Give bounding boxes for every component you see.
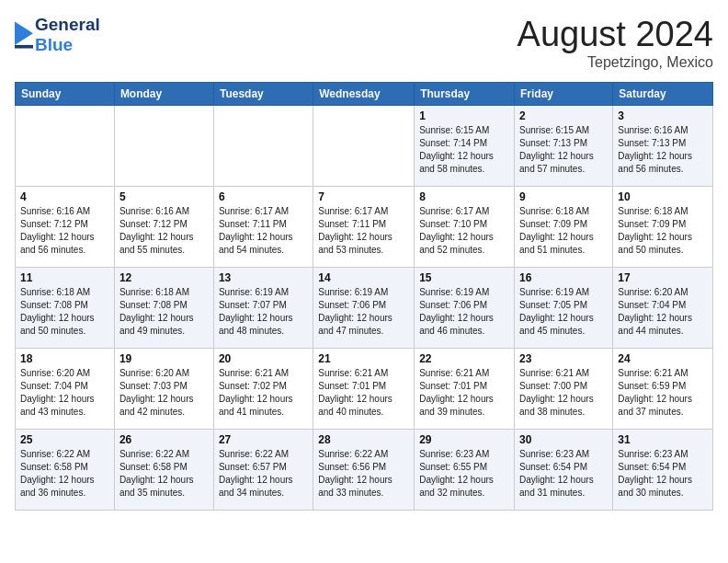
weekday-header-wednesday: Wednesday — [313, 83, 415, 106]
calendar-body: 1Sunrise: 6:15 AM Sunset: 7:14 PM Daylig… — [16, 106, 713, 511]
day-number: 27 — [219, 433, 308, 446]
day-info: Sunrise: 6:18 AM Sunset: 7:08 PM Dayligh… — [20, 286, 109, 338]
day-info: Sunrise: 6:15 AM Sunset: 7:13 PM Dayligh… — [519, 124, 608, 176]
day-info: Sunrise: 6:22 AM Sunset: 6:57 PM Dayligh… — [219, 448, 308, 500]
calendar-cell: 26Sunrise: 6:22 AM Sunset: 6:58 PM Dayli… — [114, 430, 213, 511]
day-number: 21 — [318, 352, 409, 365]
svg-rect-1 — [15, 45, 33, 49]
day-number: 4 — [20, 190, 109, 203]
day-info: Sunrise: 6:21 AM Sunset: 7:02 PM Dayligh… — [219, 367, 308, 419]
day-number: 31 — [618, 433, 708, 446]
day-info: Sunrise: 6:16 AM Sunset: 7:12 PM Dayligh… — [119, 205, 209, 257]
svg-marker-0 — [15, 21, 33, 44]
weekday-header-tuesday: Tuesday — [213, 83, 313, 106]
calendar-cell: 24Sunrise: 6:21 AM Sunset: 6:59 PM Dayli… — [613, 349, 713, 430]
calendar-cell: 17Sunrise: 6:20 AM Sunset: 7:04 PM Dayli… — [613, 268, 713, 349]
calendar-cell: 1Sunrise: 6:15 AM Sunset: 7:14 PM Daylig… — [415, 106, 515, 187]
day-number: 14 — [318, 271, 409, 284]
day-number: 29 — [419, 433, 509, 446]
day-info: Sunrise: 6:16 AM Sunset: 7:13 PM Dayligh… — [618, 124, 708, 176]
day-info: Sunrise: 6:20 AM Sunset: 7:04 PM Dayligh… — [20, 367, 109, 419]
day-number: 5 — [119, 190, 209, 203]
logo-blue-text: Blue — [35, 35, 100, 55]
calendar-cell: 4Sunrise: 6:16 AM Sunset: 7:12 PM Daylig… — [16, 187, 115, 268]
day-info: Sunrise: 6:23 AM Sunset: 6:54 PM Dayligh… — [519, 448, 608, 500]
month-year-title: August 2024 — [518, 15, 713, 54]
day-info: Sunrise: 6:22 AM Sunset: 6:58 PM Dayligh… — [119, 448, 209, 500]
day-info: Sunrise: 6:15 AM Sunset: 7:14 PM Dayligh… — [419, 124, 509, 176]
day-number: 6 — [219, 190, 308, 203]
weekday-header-saturday: Saturday — [613, 83, 713, 106]
day-number: 2 — [519, 109, 608, 122]
day-info: Sunrise: 6:20 AM Sunset: 7:04 PM Dayligh… — [618, 286, 708, 338]
day-info: Sunrise: 6:21 AM Sunset: 7:01 PM Dayligh… — [318, 367, 409, 419]
day-number: 15 — [419, 271, 509, 284]
day-number: 11 — [20, 271, 109, 284]
day-info: Sunrise: 6:21 AM Sunset: 6:59 PM Dayligh… — [618, 367, 708, 419]
calendar-cell: 27Sunrise: 6:22 AM Sunset: 6:57 PM Dayli… — [213, 430, 313, 511]
page-header: General Blue August 2024 Tepetzingo, Mex… — [15, 15, 713, 71]
day-number: 12 — [119, 271, 209, 284]
calendar-cell: 20Sunrise: 6:21 AM Sunset: 7:02 PM Dayli… — [213, 349, 313, 430]
day-info: Sunrise: 6:19 AM Sunset: 7:07 PM Dayligh… — [219, 286, 308, 338]
calendar-cell: 11Sunrise: 6:18 AM Sunset: 7:08 PM Dayli… — [16, 268, 115, 349]
day-info: Sunrise: 6:18 AM Sunset: 7:09 PM Dayligh… — [618, 205, 708, 257]
calendar-cell: 30Sunrise: 6:23 AM Sunset: 6:54 PM Dayli… — [515, 430, 613, 511]
day-number: 19 — [119, 352, 209, 365]
day-number: 16 — [519, 271, 608, 284]
day-info: Sunrise: 6:19 AM Sunset: 7:06 PM Dayligh… — [419, 286, 509, 338]
day-number: 20 — [219, 352, 308, 365]
calendar-cell — [114, 106, 213, 187]
logo-general-text: General — [35, 15, 100, 35]
weekday-header-monday: Monday — [114, 83, 213, 106]
day-info: Sunrise: 6:21 AM Sunset: 7:01 PM Dayligh… — [419, 367, 509, 419]
title-block: August 2024 Tepetzingo, Mexico — [518, 15, 713, 71]
calendar-cell: 22Sunrise: 6:21 AM Sunset: 7:01 PM Dayli… — [415, 349, 515, 430]
week-row-5: 25Sunrise: 6:22 AM Sunset: 6:58 PM Dayli… — [16, 430, 713, 511]
day-number: 23 — [519, 352, 608, 365]
calendar-cell: 13Sunrise: 6:19 AM Sunset: 7:07 PM Dayli… — [213, 268, 313, 349]
day-number: 28 — [318, 433, 409, 446]
day-number: 3 — [618, 109, 708, 122]
day-number: 25 — [20, 433, 109, 446]
day-info: Sunrise: 6:19 AM Sunset: 7:06 PM Dayligh… — [318, 286, 409, 338]
calendar-cell: 2Sunrise: 6:15 AM Sunset: 7:13 PM Daylig… — [515, 106, 613, 187]
calendar-table: SundayMondayTuesdayWednesdayThursdayFrid… — [15, 82, 713, 511]
calendar-cell: 18Sunrise: 6:20 AM Sunset: 7:04 PM Dayli… — [16, 349, 115, 430]
logo-icon — [15, 21, 33, 49]
calendar-cell: 6Sunrise: 6:17 AM Sunset: 7:11 PM Daylig… — [213, 187, 313, 268]
day-info: Sunrise: 6:17 AM Sunset: 7:11 PM Dayligh… — [318, 205, 409, 257]
weekday-header-thursday: Thursday — [415, 83, 515, 106]
day-number: 18 — [20, 352, 109, 365]
calendar-cell: 12Sunrise: 6:18 AM Sunset: 7:08 PM Dayli… — [114, 268, 213, 349]
day-number: 8 — [419, 190, 509, 203]
weekday-header-row: SundayMondayTuesdayWednesdayThursdayFrid… — [16, 83, 713, 106]
logo: General Blue — [15, 15, 100, 55]
calendar-cell: 25Sunrise: 6:22 AM Sunset: 6:58 PM Dayli… — [16, 430, 115, 511]
day-number: 30 — [519, 433, 608, 446]
calendar-cell: 8Sunrise: 6:17 AM Sunset: 7:10 PM Daylig… — [415, 187, 515, 268]
week-row-1: 1Sunrise: 6:15 AM Sunset: 7:14 PM Daylig… — [16, 106, 713, 187]
day-info: Sunrise: 6:19 AM Sunset: 7:05 PM Dayligh… — [519, 286, 608, 338]
day-info: Sunrise: 6:23 AM Sunset: 6:55 PM Dayligh… — [419, 448, 509, 500]
day-info: Sunrise: 6:21 AM Sunset: 7:00 PM Dayligh… — [519, 367, 608, 419]
day-info: Sunrise: 6:23 AM Sunset: 6:54 PM Dayligh… — [618, 448, 708, 500]
calendar-cell: 10Sunrise: 6:18 AM Sunset: 7:09 PM Dayli… — [613, 187, 713, 268]
weekday-header-sunday: Sunday — [16, 83, 115, 106]
day-number: 7 — [318, 190, 409, 203]
calendar-cell: 5Sunrise: 6:16 AM Sunset: 7:12 PM Daylig… — [114, 187, 213, 268]
calendar-cell — [313, 106, 415, 187]
calendar-cell: 3Sunrise: 6:16 AM Sunset: 7:13 PM Daylig… — [613, 106, 713, 187]
day-info: Sunrise: 6:16 AM Sunset: 7:12 PM Dayligh… — [20, 205, 109, 257]
week-row-2: 4Sunrise: 6:16 AM Sunset: 7:12 PM Daylig… — [16, 187, 713, 268]
calendar-cell: 23Sunrise: 6:21 AM Sunset: 7:00 PM Dayli… — [515, 349, 613, 430]
calendar-cell: 16Sunrise: 6:19 AM Sunset: 7:05 PM Dayli… — [515, 268, 613, 349]
day-info: Sunrise: 6:22 AM Sunset: 6:56 PM Dayligh… — [318, 448, 409, 500]
day-info: Sunrise: 6:17 AM Sunset: 7:10 PM Dayligh… — [419, 205, 509, 257]
calendar-cell: 28Sunrise: 6:22 AM Sunset: 6:56 PM Dayli… — [313, 430, 415, 511]
calendar-cell: 7Sunrise: 6:17 AM Sunset: 7:11 PM Daylig… — [313, 187, 415, 268]
day-info: Sunrise: 6:20 AM Sunset: 7:03 PM Dayligh… — [119, 367, 209, 419]
week-row-4: 18Sunrise: 6:20 AM Sunset: 7:04 PM Dayli… — [16, 349, 713, 430]
day-number: 22 — [419, 352, 509, 365]
weekday-header-friday: Friday — [515, 83, 613, 106]
